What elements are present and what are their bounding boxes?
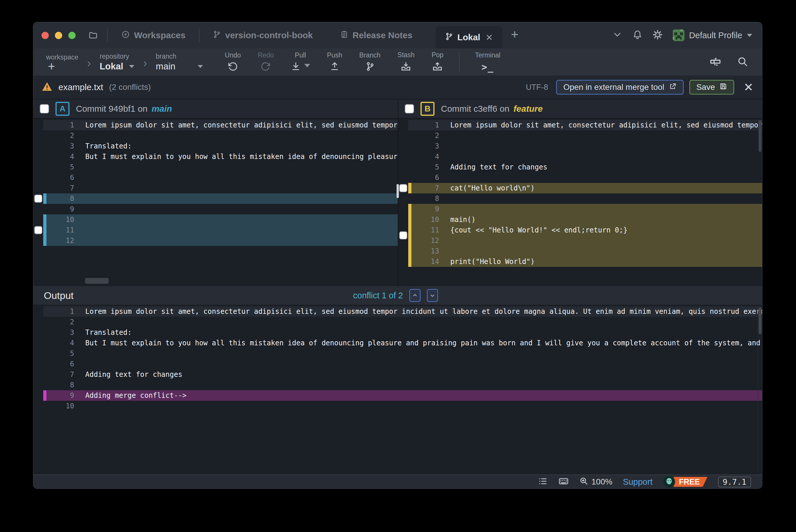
line-number: 8 (47, 194, 74, 203)
line-number: 3 (412, 142, 439, 150)
line-number: 9 (47, 392, 74, 400)
line-text: Adding merge conflict--> (85, 392, 762, 400)
close-merge-editor-button[interactable]: ✕ (743, 80, 753, 94)
pane-b: B Commit c3eff6 onfeature 1Lorem ipsum d… (398, 99, 762, 286)
pane-splitter-handle[interactable] (397, 184, 399, 198)
zoom-icon (579, 477, 588, 487)
app-version: 9.7.1 (718, 477, 751, 487)
code-line: 9Adding merge conflict--> (43, 390, 762, 401)
pull-caret-icon[interactable] (304, 64, 310, 68)
close-tab-icon[interactable]: ✕ (486, 32, 493, 43)
output-scrollbar-track[interactable] (758, 305, 762, 475)
folder-icon[interactable] (83, 31, 103, 40)
conflict-filename: example.txt (58, 82, 103, 92)
tab-lokal[interactable]: Lokal ✕ (436, 26, 502, 49)
line-number: 4 (47, 153, 74, 161)
settings-gear-icon[interactable] (652, 30, 663, 41)
line-number: 4 (412, 153, 439, 161)
code-line: 7cat("Hello world\n") (408, 183, 762, 193)
line-number: 5 (47, 163, 74, 171)
pull-button[interactable]: Pull (282, 51, 319, 73)
maximize-window-button[interactable] (68, 32, 76, 39)
push-icon (330, 61, 340, 73)
pane-a-checkbox[interactable] (40, 104, 49, 113)
window-chevron-icon[interactable] (612, 30, 622, 41)
pane-b-vertical-scrollbar[interactable] (759, 120, 762, 152)
next-conflict-button[interactable] (427, 289, 438, 302)
repository-name: Lokal (100, 61, 123, 72)
line-number: 7 (47, 370, 74, 379)
hunk-checkbox[interactable] (34, 226, 42, 234)
zoom-control[interactable]: 100% (579, 477, 613, 487)
redo-button[interactable]: Redo (249, 51, 282, 73)
support-link[interactable]: Support (623, 477, 653, 487)
line-number: 11 (412, 226, 439, 234)
line-number: 10 (412, 215, 439, 224)
pane-b-badge: B (420, 102, 434, 116)
profile-menu[interactable]: Default Profile (673, 30, 752, 41)
code-line: 5 (43, 348, 762, 359)
code-line: 3Translated: (43, 327, 762, 338)
hunk-accent-bar (43, 193, 47, 204)
pane-a-horizontal-scrollbar[interactable] (85, 278, 109, 284)
workspace-control[interactable]: workspace + (46, 53, 78, 71)
titlebar: Workspaces version-control-book Release … (33, 22, 762, 49)
repository-label: repository (100, 53, 129, 60)
line-number: 2 (47, 132, 74, 140)
notifications-bell-icon[interactable] (632, 30, 643, 41)
external-merge-tool-button[interactable]: Open in external merge tool (556, 80, 684, 95)
push-button[interactable]: Push (319, 51, 351, 73)
code-line: 3Translated: (43, 141, 398, 151)
new-tab-button[interactable]: + (511, 27, 519, 43)
repository-selector[interactable]: repository Lokal (100, 53, 134, 72)
code-line: 13 (408, 246, 762, 256)
previous-conflict-button[interactable] (410, 289, 420, 302)
minimize-window-button[interactable] (55, 32, 62, 39)
branch-selector[interactable]: branch main (156, 53, 203, 72)
line-number: 7 (412, 184, 439, 192)
code-line: 2 (43, 317, 762, 327)
line-text: print("Hello World") (450, 258, 762, 266)
code-line: 14print("Hello World") (408, 256, 762, 267)
output-scrollbar-thumb[interactable] (759, 307, 762, 334)
pane-b-checkbox[interactable] (405, 104, 414, 113)
repository-caret-icon (129, 65, 134, 68)
layout-panes-icon[interactable] (709, 55, 722, 69)
code-line: 1Lorem ipsum dolor sit amet, consectetur… (43, 120, 398, 130)
line-number: 11 (47, 226, 74, 234)
line-number: 14 (412, 258, 439, 266)
tab-release-notes[interactable]: Release Notes (331, 22, 422, 49)
pop-button[interactable]: Pop (423, 51, 452, 73)
save-button[interactable]: Save (689, 80, 735, 95)
code-line: 11{cout << "Hello World!" << endl;return… (408, 225, 762, 235)
profile-name: Default Profile (689, 31, 742, 40)
hunk-accent-bar (43, 390, 47, 401)
tab-workspaces[interactable]: Workspaces (112, 22, 195, 49)
commit-list-icon[interactable] (538, 476, 548, 487)
terminal-button[interactable]: Terminal >_ (467, 51, 509, 73)
line-number: 1 (412, 121, 439, 129)
titlebar-divider (107, 28, 108, 42)
code-line: 1Lorem ipsum dolor sit amet, consectetur… (408, 120, 762, 130)
undo-button[interactable]: Undo (216, 51, 249, 73)
line-number: 3 (47, 328, 74, 337)
line-number: 8 (47, 381, 74, 389)
line-text: Lorem ipsum dolor sit amet, consectetur … (85, 307, 762, 316)
tab-version-control-book-label: version-control-book (225, 30, 313, 40)
line-number: 4 (47, 339, 74, 347)
keyboard-shortcuts-icon[interactable] (558, 476, 569, 488)
workspaces-icon (121, 30, 130, 41)
search-icon[interactable] (737, 56, 748, 68)
line-number: 10 (47, 402, 74, 410)
branch-button[interactable]: Branch (351, 51, 389, 73)
close-window-button[interactable] (41, 32, 49, 39)
stash-button[interactable]: Stash (389, 51, 423, 73)
plan-badge[interactable]: FREE (674, 477, 707, 487)
tab-version-control-book[interactable]: version-control-book (203, 22, 322, 49)
hunk-checkbox[interactable] (399, 184, 408, 192)
hunk-checkbox[interactable] (34, 194, 42, 203)
line-number: 3 (47, 142, 74, 150)
tab-lokal-label: Lokal (457, 32, 480, 42)
line-number: 6 (412, 173, 439, 182)
hunk-checkbox[interactable] (399, 231, 408, 240)
